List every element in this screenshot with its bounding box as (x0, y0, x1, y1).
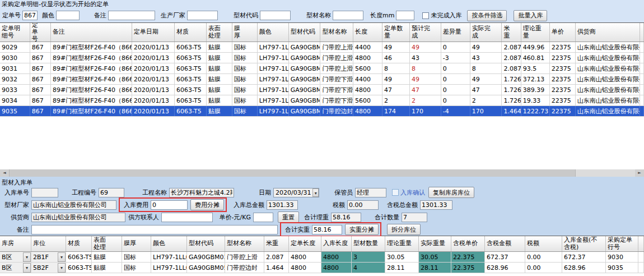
column-header[interactable]: 定单号 (30, 23, 51, 42)
column-header[interactable]: 米重 (264, 236, 289, 251)
total-qty-field[interactable] (402, 213, 427, 222)
inbound-no-field[interactable] (31, 188, 58, 197)
column-header[interactable]: 材质 (66, 236, 92, 251)
fee-allocate-button[interactable]: 费用分摊 (190, 199, 224, 210)
column-header[interactable]: 实际完成 (470, 23, 502, 42)
manufacturer-input[interactable] (187, 11, 218, 20)
column-header[interactable]: 颜色 (258, 23, 289, 42)
filter-by-condition-button[interactable]: 按条件筛选 (467, 10, 507, 21)
table-cell: LH797-1LL0 (258, 42, 289, 52)
table-row[interactable]: B区▾5B2F▾6063-T5贴膜国标LH797-1LL0GA90GBM05门带… (0, 263, 644, 273)
dropdown-arrow-icon[interactable]: ▾ (58, 252, 66, 262)
contact-input[interactable] (161, 213, 213, 222)
tax-field[interactable] (347, 200, 379, 210)
column-header[interactable]: 税额 (525, 236, 562, 251)
column-header[interactable]: 预计完成 (410, 23, 441, 42)
actual-weight-input[interactable] (312, 225, 342, 234)
project-name-field[interactable] (169, 188, 234, 197)
factory-field[interactable] (31, 200, 116, 210)
column-header[interactable]: 型材名称 (320, 23, 353, 42)
column-header[interactable]: 型材名称 (225, 236, 264, 251)
table-cell: 山东南山铝业股份有限公司 (576, 95, 640, 105)
inbound-confirm-checkbox[interactable] (392, 189, 399, 196)
dropdown-arrow-icon[interactable]: ▾ (23, 252, 31, 262)
table-cell: 28.11 (385, 263, 419, 273)
table-row[interactable]: 903486789#门框型材F26-F40（866+867）2020/01/13… (0, 95, 644, 106)
length-input[interactable] (396, 11, 414, 20)
unfinished-checkbox[interactable] (422, 12, 429, 19)
table-cell: 30.05 (385, 252, 419, 262)
date-combo[interactable]: 2020/03/31 ▾ (273, 188, 319, 197)
column-header[interactable]: 库房 (0, 236, 31, 251)
dropdown-arrow-icon[interactable]: ▾ (23, 263, 31, 273)
column-header[interactable]: 库位 (31, 236, 66, 251)
total-qty-label: 合计数量 (371, 213, 399, 222)
column-header[interactable]: 入库金额(不含税) (562, 236, 606, 251)
theo-weight-field[interactable] (331, 213, 361, 222)
calendar-dropdown-icon[interactable]: ▾ (312, 188, 319, 197)
column-header[interactable]: 理论重量 (385, 236, 419, 251)
unit-price-input[interactable] (253, 213, 273, 222)
table-cell: 门带腔上滑 (320, 53, 353, 63)
column-header[interactable]: 定单数量 (382, 23, 410, 42)
column-header[interactable]: 定单日期 (132, 23, 175, 42)
column-header[interactable]: 型材代码 (289, 23, 321, 42)
column-header[interactable]: 理论重量 (521, 23, 550, 42)
profile-code-input[interactable] (260, 11, 291, 20)
table-row[interactable]: 903586789#门框型材F26-F40（866+867）2020/01/13… (0, 106, 644, 117)
column-header[interactable]: 材质 (175, 23, 207, 42)
column-header[interactable]: 备注 (51, 23, 132, 42)
column-header[interactable]: 型材数量 (352, 236, 385, 251)
copy-warehouse-location-button[interactable]: 复制库房库位 (428, 187, 474, 198)
column-header[interactable]: 长度 (353, 23, 382, 42)
column-header[interactable]: 米重 (502, 23, 521, 42)
column-header[interactable]: 型材代码 (187, 236, 225, 251)
horizontal-scrollbar[interactable]: ◄ ► (0, 169, 644, 177)
column-header[interactable]: 入库长度 (321, 236, 352, 251)
order-no-input[interactable] (22, 11, 38, 20)
column-header[interactable]: 实际重量 (419, 236, 451, 251)
table-cell: 国标 (232, 85, 258, 95)
column-header[interactable]: 差异量 (441, 23, 470, 42)
reset-button[interactable]: 重置 (278, 211, 299, 223)
column-header[interactable]: 供货商 (576, 23, 640, 42)
note-input[interactable] (108, 11, 155, 20)
column-header[interactable]: 颜色 (151, 236, 187, 251)
column-header[interactable]: 含税单价 (451, 236, 485, 251)
weight-allocate-button[interactable]: 实重分摊 (345, 224, 379, 235)
table-row[interactable]: 903386789#门框型材F26-F40（866+867）2020/01/13… (0, 85, 644, 95)
keeper-field[interactable] (355, 188, 386, 197)
fee-label: 入库费用 (122, 201, 148, 209)
fee-input[interactable] (151, 200, 188, 210)
table-row[interactable]: 903086789#门框型材F26-F40（866+867）2020/01/13… (0, 53, 644, 63)
column-header[interactable]: 单价 (550, 23, 576, 42)
supplier-field[interactable] (31, 213, 125, 222)
table-cell: 门带腔上滑 (320, 63, 353, 73)
order-detail-table: 定单明细号定单号备注定单日期材质表面处理膜厚颜色型材代码型材名称长度定单数量预计… (0, 22, 644, 169)
batch-inbound-button[interactable]: 批量入库 (514, 10, 547, 21)
fee-highlight-box: 入库费用 费用分摊 (119, 197, 227, 212)
column-header[interactable]: 表面处理 (92, 236, 122, 251)
column-header[interactable]: 含税金额 (485, 236, 525, 251)
table-row[interactable]: B区▾2B1F▾6063-T5贴膜国标LH797-1LL0GA90GBM03门带… (0, 252, 644, 263)
dropdown-arrow-icon[interactable]: ▾ (58, 263, 66, 273)
table-row[interactable]: 903186789#门框型材F26-F40（866+867）2020/01/13… (0, 63, 644, 74)
table-row[interactable]: 902986789#门框型材F26-F40（866+867）2020/01/13… (0, 42, 644, 53)
profile-name-input[interactable] (333, 11, 363, 20)
color-input[interactable] (56, 11, 80, 20)
table-row[interactable]: 903286789#门框型材F26-F40（866+867）2020/01/13… (0, 74, 644, 85)
column-header[interactable]: 膜厚 (232, 23, 258, 42)
project-no-field[interactable] (99, 188, 124, 197)
scroll-right-icon[interactable]: ► (635, 169, 644, 177)
total-amount-field[interactable] (267, 200, 298, 210)
scroll-left-icon[interactable]: ◄ (0, 169, 9, 177)
column-header[interactable]: 定单明细号 (0, 23, 30, 42)
column-header[interactable]: 膜厚 (122, 236, 151, 251)
split-location-button[interactable]: 拆分库位 (387, 224, 421, 235)
column-header[interactable]: 定单长度 (289, 236, 321, 251)
taxed-total-field[interactable] (420, 200, 452, 210)
column-header[interactable]: 表面处理 (207, 23, 232, 42)
scrollbar-thumb[interactable] (9, 169, 576, 177)
remark-input[interactable] (31, 225, 278, 234)
column-header[interactable]: 采购定单行号 (606, 236, 638, 251)
